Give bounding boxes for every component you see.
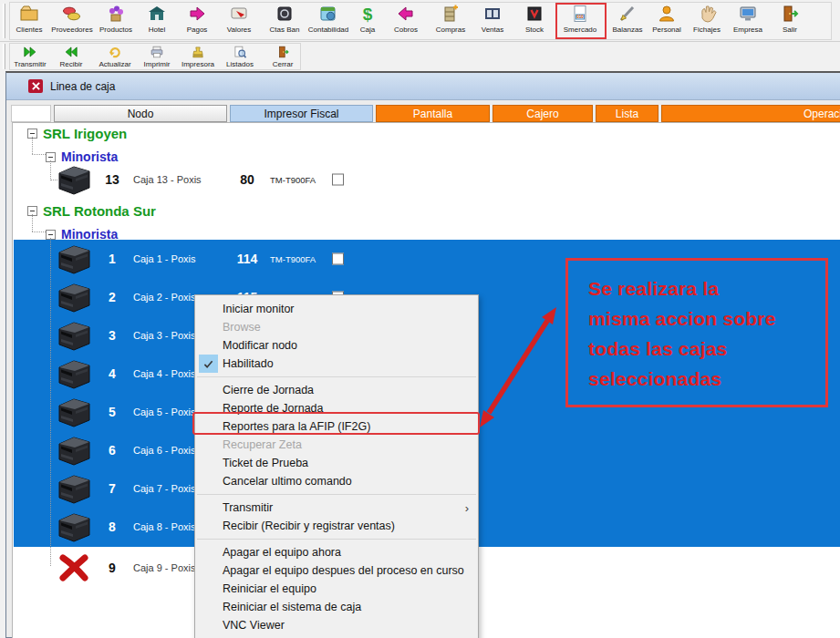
hotel-icon <box>147 3 167 25</box>
menu-item-cierre-de-jornada[interactable]: Cierre de Jornada <box>195 381 478 399</box>
toolbar-item-label: Smercado <box>564 26 596 34</box>
toolbar-item-salir[interactable]: Salir <box>766 3 814 39</box>
menu-item-modificar-nodo[interactable]: Modificar nodo <box>195 336 478 355</box>
stock-icon <box>524 3 544 25</box>
printer-model: TM-T900FA <box>270 175 316 185</box>
submenu-arrow-icon: › <box>465 501 469 515</box>
clientes-icon <box>19 3 39 25</box>
menu-item-reiniciar-el-sistema-de-caja[interactable]: Reiniciar el sistema de caja <box>195 598 478 616</box>
toolbar-item-ctas-ban[interactable]: Ctas Ban <box>261 3 308 39</box>
toolbar-item-ventas[interactable]: Ventas <box>469 3 516 39</box>
menu-item-vnc-viewer[interactable]: VNC Viewer <box>195 616 478 634</box>
printer-icon <box>55 279 93 315</box>
menu-item-ticket-de-prueba[interactable]: Ticket de Prueba <box>195 454 478 472</box>
balanzas-icon <box>617 3 638 25</box>
toolbar-item-transmitir[interactable]: Transmitir <box>7 44 53 69</box>
toolbar-item-actualizar[interactable]: Actualizar <box>92 44 138 69</box>
toolbar-item-recibir[interactable]: Recibir <box>48 44 94 69</box>
toolbar-item-label: Ctas Ban <box>270 26 300 34</box>
annotation-text-line: todas las cajas <box>588 334 816 364</box>
caja-row-13[interactable]: 13Caja 13 - Poxis80TM-T900FA <box>13 160 840 200</box>
menu-separator <box>197 494 476 495</box>
tree-connector <box>32 154 46 155</box>
caja-name: Caja 9 - Poxis <box>133 562 195 573</box>
tree-node-company-srl-rotonda-sur[interactable]: SRL Rotonda Sur <box>27 203 156 219</box>
caja-checkbox[interactable] <box>332 174 344 186</box>
column-header-impresor-fiscal[interactable]: Impresor Fiscal <box>230 105 373 122</box>
tree-connector <box>32 232 46 232</box>
toolbar-item-label: Ventas <box>482 26 503 34</box>
menu-item-cancelar-ultimo-comando[interactable]: Cancelar ultimo comando <box>195 472 478 490</box>
toolbar-item-listados[interactable]: Listados <box>217 44 263 69</box>
cobros-icon <box>396 3 416 25</box>
column-header-operaciones[interactable]: Operaciones <box>661 105 840 122</box>
menu-item-label: Apagar el equipo ahora <box>223 546 341 559</box>
toolbar-item-cobros[interactable]: Cobros <box>382 3 430 39</box>
toolbar-item-label: Cerrar <box>273 60 294 68</box>
printer-icon <box>55 317 93 354</box>
red-x-icon <box>55 550 93 586</box>
menu-separator <box>197 376 476 377</box>
toolbar-item-compras[interactable]: Compras <box>427 3 474 39</box>
column-header-lista[interactable]: Lista <box>596 105 659 122</box>
toolbar-item-pagos[interactable]: Pagos <box>173 3 221 39</box>
close-icon[interactable] <box>28 79 43 93</box>
proveedores-icon <box>62 3 82 25</box>
column-header-label: Impresor Fiscal <box>264 108 338 120</box>
menu-item-recibir-recibir-y-registrar-ventas[interactable]: Recibir (Recibir y registrar ventas) <box>195 517 478 535</box>
caja-icon: $ <box>358 3 378 25</box>
column-header-pantalla[interactable]: Pantalla <box>376 105 490 122</box>
toolbar-item-cerrar[interactable]: Cerrar <box>260 44 306 69</box>
toolbar-item-label: Actualizar <box>99 60 130 68</box>
caja-name: Caja 4 - Poxis <box>133 368 195 379</box>
toolbar-item-imprimir[interactable]: Imprimir <box>134 44 180 69</box>
printer-icon <box>55 509 93 545</box>
menu-item-recuperar-zeta[interactable]: Recuperar Zeta <box>195 436 478 454</box>
window-titlebar: Linea de caja <box>6 73 840 100</box>
menu-item-label: Reiniciar el equipo <box>223 582 316 595</box>
menu-item-label: Cancelar ultimo comando <box>223 475 352 488</box>
menu-item-label: Transmitir <box>223 501 273 514</box>
menu-item-transmitir[interactable]: Transmitir› <box>195 499 478 517</box>
caja-name: Caja 13 - Poxis <box>133 174 202 185</box>
caja-checkbox[interactable] <box>332 253 344 265</box>
toolbar-item-impresora[interactable]: Impresora <box>175 44 221 69</box>
column-header-cajero[interactable]: Cajero <box>493 105 593 122</box>
printer-icon <box>55 432 93 468</box>
annotation-box: Se realizara lamisma accion sobretodas l… <box>565 258 828 407</box>
menu-item-label: Iniciar monitor <box>223 303 295 315</box>
transmitir-icon <box>23 44 37 59</box>
toolbar-item-label: Compras <box>436 26 465 34</box>
app-root: ClientesProveedoresProductosHotelPagosVa… <box>0 0 840 638</box>
toolbar-secondary: TransmitirRecibirActualizarImprimirImpre… <box>0 42 840 71</box>
impresora-icon <box>191 44 205 59</box>
menu-item-reporte-de-jornada[interactable]: Reporte de Jornada <box>195 399 478 417</box>
column-header-nodo[interactable]: Nodo <box>54 105 227 122</box>
toolbar-item-label: Salir <box>783 26 797 34</box>
caja-number: 1 <box>100 252 124 266</box>
menu-item-habilitado[interactable]: Habilitado <box>195 355 478 373</box>
caja-number: 2 <box>100 290 124 304</box>
toolbar-item-valores[interactable]: Valores <box>215 3 263 39</box>
menu-item-reportes-para-la-afip-if2g[interactable]: Reportes para la AFIP (IF2G) <box>195 417 478 436</box>
toolbar-item-empresa[interactable]: Empresa <box>724 3 772 39</box>
tree-node-company-srl-irigoyen[interactable]: SRL Irigoyen <box>27 126 127 141</box>
caja-number: 6 <box>100 443 124 458</box>
menu-item-label: Recuperar Zeta <box>223 438 302 451</box>
toolbar-item-proveedores[interactable]: Proveedores <box>48 3 96 39</box>
toolbar-item-smercado[interactable]: 010Smercado <box>556 3 604 39</box>
toolbar-item-clientes[interactable]: Clientes <box>5 3 53 39</box>
column-header-label: Pantalla <box>413 108 452 120</box>
toolbar-item-label: Contabilidad <box>308 26 348 34</box>
toolbar-item-label: Hotel <box>149 26 166 34</box>
menu-item-reiniciar-el-equipo[interactable]: Reiniciar el equipo <box>195 580 478 598</box>
menu-item-iniciar-monitor[interactable]: Iniciar monitor <box>195 300 478 318</box>
menu-item-browse[interactable]: Browse <box>195 318 478 336</box>
toolbar-item-stock[interactable]: Stock <box>511 3 558 39</box>
caja-name: Caja 2 - Poxis <box>133 292 195 303</box>
menu-item-apagar-el-equipo-despues-del-proceso-en-curso[interactable]: Apagar el equipo despues del proceso en … <box>195 561 478 580</box>
tree-connector <box>32 214 33 232</box>
menu-item-apagar-el-equipo-ahora[interactable]: Apagar el equipo ahora <box>195 543 478 561</box>
smercado-icon: 010 <box>570 3 590 25</box>
toolbar-item-label: Valores <box>227 26 252 34</box>
